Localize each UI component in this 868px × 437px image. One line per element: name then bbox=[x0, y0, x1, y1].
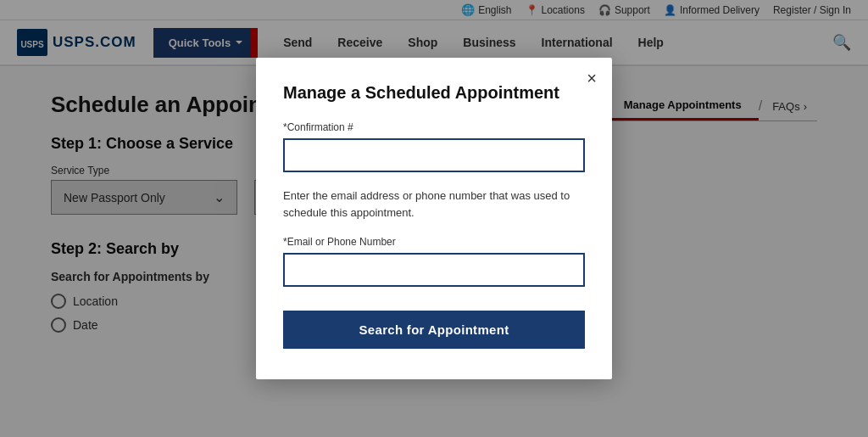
confirmation-label-text: *Confirmation # bbox=[283, 121, 353, 133]
email-phone-label: *Email or Phone Number bbox=[283, 236, 585, 248]
confirmation-input[interactable] bbox=[283, 138, 585, 172]
manage-appointment-modal: × Manage a Scheduled Appointment *Confir… bbox=[256, 58, 612, 379]
modal-hint-text: Enter the email address or phone number … bbox=[283, 188, 585, 221]
confirmation-label: *Confirmation # bbox=[283, 121, 585, 133]
modal-title: Manage a Scheduled Appointment bbox=[283, 83, 585, 103]
email-phone-input[interactable] bbox=[283, 253, 585, 287]
email-phone-label-text: *Email or Phone Number bbox=[283, 236, 396, 248]
modal-overlay: × Manage a Scheduled Appointment *Confir… bbox=[0, 0, 868, 437]
search-appointment-button[interactable]: Search for Appointment bbox=[283, 311, 585, 349]
modal-close-button[interactable]: × bbox=[587, 70, 597, 87]
